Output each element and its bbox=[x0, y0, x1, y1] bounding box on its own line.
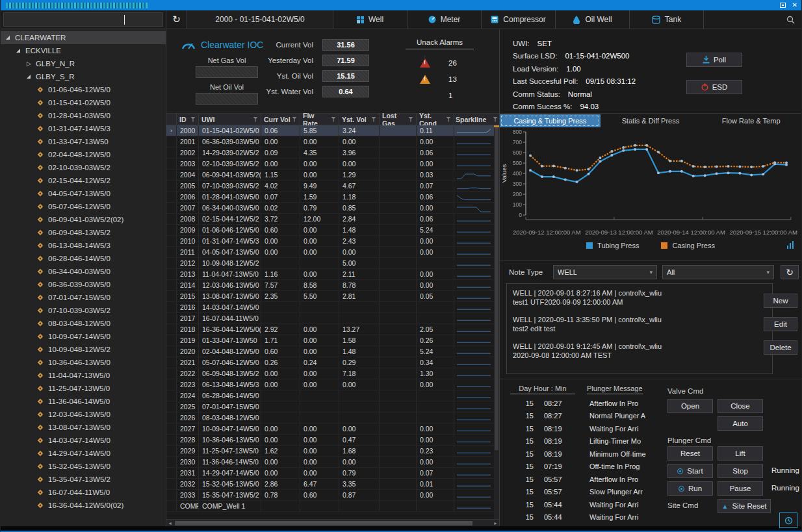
tree-item[interactable]: 10-36-046-13W5/0 bbox=[1, 356, 166, 369]
table-row[interactable]: 200802-15-044-12W5/23.7212.002.840.06 bbox=[166, 214, 499, 225]
filter-icon[interactable] bbox=[331, 117, 336, 122]
filter-icon[interactable] bbox=[292, 117, 297, 122]
column-header[interactable]: ID bbox=[177, 114, 199, 125]
chart-options-icon[interactable] bbox=[787, 241, 794, 249]
note-filter-select[interactable]: All▾ bbox=[662, 265, 774, 279]
tree-item[interactable]: 16-07-044-11W5/0 bbox=[1, 486, 166, 499]
grid-horizontal-scrollbar[interactable]: ◄► bbox=[166, 519, 499, 526]
table-row[interactable]: 201210-09-048-12W5/25.00 bbox=[166, 258, 499, 269]
table-row[interactable]: 200214-29-039-02W5/20.094.353.960.06 bbox=[166, 147, 499, 158]
expanded-arrow-icon[interactable] bbox=[16, 49, 20, 53]
filter-icon[interactable] bbox=[446, 117, 451, 122]
tree-item[interactable]: 07-10-039-03W5/2 bbox=[1, 304, 166, 317]
tab-tank[interactable]: Tank bbox=[630, 10, 704, 29]
table-row[interactable]: 201513-08-047-13W5/02.355.502.810.05 bbox=[166, 291, 499, 302]
table-row[interactable]: 202608-03-048-12W5/0 bbox=[166, 412, 499, 424]
tree-item[interactable]: 11-25-047-13W5/0 bbox=[1, 382, 166, 395]
table-row[interactable]: 202810-36-046-13W5/00.000.000.470.00 bbox=[166, 435, 499, 446]
plunger-stop-button[interactable]: Stop bbox=[718, 464, 763, 478]
tree-item[interactable]: 01-28-041-03W5/0 bbox=[1, 109, 166, 122]
tree-item[interactable]: 16-36-044-12W5/0(02) bbox=[1, 499, 166, 512]
tree-item[interactable]: 01-33-047-13W50 bbox=[1, 135, 166, 148]
tree-item[interactable]: 06-28-046-14W5/0 bbox=[1, 252, 166, 265]
tree-item[interactable]: ▷GLBY_N_R bbox=[1, 57, 166, 70]
tree-item[interactable]: 05-07-046-12W5/0 bbox=[1, 200, 166, 213]
table-row[interactable]: 200601-28-041-03W5/00.071.591.180.06 bbox=[166, 192, 499, 203]
tree-item[interactable]: 15-35-047-13W5/2 bbox=[1, 473, 166, 486]
close-window-icon[interactable]: ✕ bbox=[792, 2, 797, 8]
note-type-select[interactable]: WELL▾ bbox=[553, 265, 657, 279]
notes-list[interactable]: WELL | 2020-09-01 8:27:16 AM | control\x… bbox=[506, 283, 773, 374]
valve-close-button[interactable]: Close bbox=[718, 399, 763, 413]
filter-icon[interactable] bbox=[371, 117, 376, 122]
tree-item[interactable]: 14-29-047-14W5/0 bbox=[1, 447, 166, 460]
tree-item[interactable]: 01-31-047-14W5/3 bbox=[1, 122, 166, 135]
esd-button[interactable]: ESD bbox=[686, 80, 742, 94]
note-item[interactable]: WELL | 2020-09-01 8:27:16 AM | control\x… bbox=[513, 288, 766, 307]
tab-oil-well[interactable]: Oil Well bbox=[556, 10, 630, 29]
filter-icon[interactable] bbox=[190, 117, 196, 122]
tree-item[interactable]: 15-32-045-13W5/0 bbox=[1, 460, 166, 473]
column-header[interactable]: UWI bbox=[199, 114, 261, 125]
chart-tab[interactable]: Statis & Diff Press bbox=[601, 114, 701, 127]
tree-item[interactable]: 12-03-046-13W5/0 bbox=[1, 408, 166, 421]
table-row[interactable]: 201901-33-047-13W501.710.001.580.26 bbox=[166, 335, 499, 346]
column-header[interactable]: Yst. Cond bbox=[417, 114, 454, 125]
table-row[interactable]: 200706-34-040-03W5/00.020.790.850.00 bbox=[166, 203, 499, 214]
column-header[interactable]: Flw Rate bbox=[300, 114, 339, 125]
filter-icon[interactable] bbox=[253, 117, 258, 122]
plunger-lift-button[interactable]: Lift bbox=[718, 446, 763, 461]
tree-item[interactable]: 02-15-044-12W5/2 bbox=[1, 174, 166, 187]
note-edit-button[interactable]: Edit bbox=[764, 317, 797, 331]
search-icon[interactable] bbox=[786, 16, 795, 24]
note-item[interactable]: WELL | 2020-09-11 3:35:50 PM | control\x… bbox=[513, 315, 766, 333]
tab-meter[interactable]: Meter bbox=[407, 10, 482, 29]
tree-item[interactable]: 14-03-047-14W5/0 bbox=[1, 434, 166, 447]
tree-item[interactable]: 13-08-047-13W5/0 bbox=[1, 421, 166, 434]
table-row[interactable]: 200406-09-041-03W5/2(02)1.150.001.290.03 bbox=[166, 170, 499, 181]
tree-item[interactable]: 06-09-041-03W5/2(02) bbox=[1, 213, 166, 226]
table-row[interactable]: 202406-28-046-14W5/0 bbox=[166, 390, 499, 401]
table-row[interactable]: 202206-09-048-13W5/20.000.007.181.30 bbox=[166, 368, 499, 379]
scroll-right-icon[interactable]: ► bbox=[493, 521, 498, 526]
notes-refresh-button[interactable]: ↻ bbox=[781, 265, 799, 279]
tree-item[interactable]: 01-06-046-12W5/0 bbox=[1, 83, 166, 96]
legend-item[interactable]: Casing Press bbox=[661, 242, 714, 249]
tree-item[interactable]: 10-09-047-14W5/0 bbox=[1, 330, 166, 343]
collapsed-arrow-icon[interactable]: ▷ bbox=[27, 60, 31, 67]
filter-icon[interactable] bbox=[408, 117, 413, 122]
tab-compressor[interactable]: Compressor bbox=[482, 10, 556, 29]
tree-item[interactable]: 02-04-048-12W5/0 bbox=[1, 148, 166, 161]
table-row[interactable]: 203114-29-047-14W5/00.000.000.790.07 bbox=[166, 468, 499, 479]
note-new-button[interactable]: New bbox=[764, 294, 797, 308]
restore-window-icon[interactable] bbox=[780, 3, 786, 8]
table-row[interactable]: COMP_WCOMP_Well 1 bbox=[166, 501, 499, 512]
tree-item[interactable]: 06-34-040-03W5/0 bbox=[1, 265, 166, 278]
tree-item[interactable]: 06-09-048-13W5/2 bbox=[1, 226, 166, 239]
column-header[interactable]: Yst. Vol bbox=[339, 114, 380, 125]
tree-item[interactable]: 02-10-039-03W5/2 bbox=[1, 161, 166, 174]
table-row[interactable]: 203215-32-045-13W5/02.866.473.350.01 bbox=[166, 479, 499, 490]
table-row[interactable]: 201816-36-044-12W5/0(02)2.920.0013.272.0… bbox=[166, 324, 499, 335]
tree-item[interactable]: 08-03-048-12W5/0 bbox=[1, 317, 166, 330]
tree-item[interactable]: 01-15-041-02W5/0 bbox=[1, 96, 166, 109]
table-row[interactable]: 203011-36-046-14W5/00.000.000.000.00 bbox=[166, 457, 499, 468]
table-row[interactable]: 202507-01-047-15W5/0 bbox=[166, 401, 499, 412]
tree-item[interactable]: ECKVILLE bbox=[1, 44, 166, 57]
tree-item[interactable]: 11-04-047-13W5/0 bbox=[1, 369, 166, 382]
chart-tab[interactable]: Flow Rate & Temp bbox=[701, 114, 801, 127]
scroll-thumb[interactable] bbox=[175, 521, 472, 526]
table-row[interactable]: 200106-36-039-03W5/00.000.000.000.00 bbox=[166, 136, 499, 147]
table-row[interactable]: 202105-07-046-12W5/00.260.240.290.34 bbox=[166, 357, 499, 368]
site-reset-button[interactable]: ▲Site Reset bbox=[718, 499, 771, 513]
refresh-button[interactable]: ↻ bbox=[166, 10, 187, 29]
table-row[interactable]: 201716-07-044-11W5/0 bbox=[166, 313, 499, 324]
table-row[interactable]: 203315-35-047-13W5/20.780.600.870.00 bbox=[166, 490, 499, 501]
plunger-start-button[interactable]: Start bbox=[667, 464, 713, 478]
history-button[interactable] bbox=[779, 513, 797, 528]
column-header[interactable]: Curr Vol bbox=[261, 114, 300, 125]
note-item[interactable]: WELL | 2020-09-01 9:12:45 AM | control\x… bbox=[513, 342, 766, 360]
tree-item[interactable]: 04-05-047-13W5/0 bbox=[1, 187, 166, 200]
tree-item[interactable]: 07-01-047-15W5/0 bbox=[1, 291, 166, 304]
scroll-left-icon[interactable]: ◄ bbox=[168, 521, 172, 526]
